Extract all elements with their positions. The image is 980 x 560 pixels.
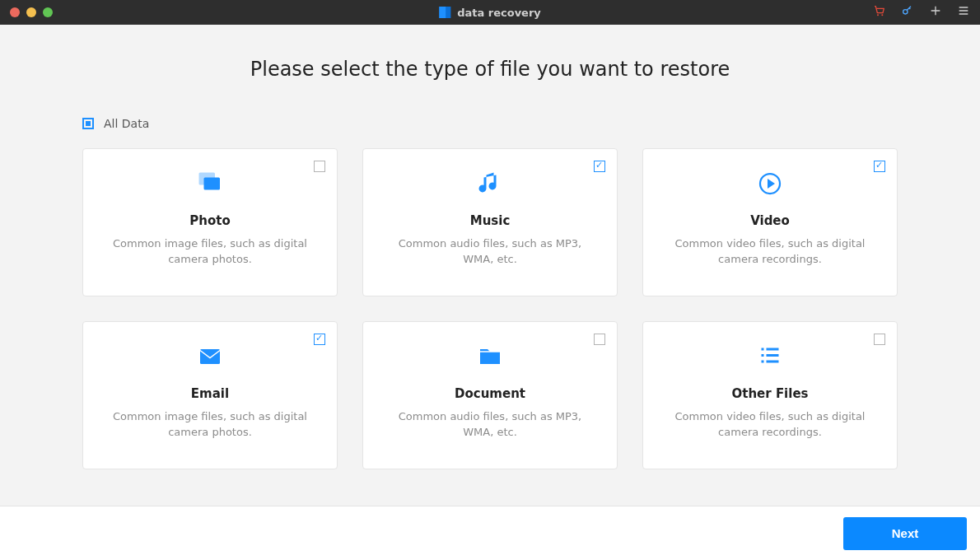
window-maximize-button[interactable] bbox=[43, 7, 53, 17]
email-icon bbox=[103, 342, 317, 371]
titlebar: data recovery bbox=[0, 0, 980, 25]
menu-icon[interactable] bbox=[957, 4, 970, 21]
traffic-lights bbox=[0, 7, 53, 17]
card-desc-email: Common image files, such as digital came… bbox=[103, 409, 317, 441]
svg-point-0 bbox=[877, 14, 879, 16]
card-title-email: Email bbox=[103, 386, 317, 401]
all-data-checkbox-row[interactable]: All Data bbox=[82, 117, 898, 130]
next-button[interactable]: Next bbox=[843, 517, 967, 550]
document-icon bbox=[383, 342, 597, 371]
app-logo-icon bbox=[439, 7, 450, 18]
checkbox-photo[interactable] bbox=[314, 161, 325, 172]
card-email[interactable]: Email Common image files, such as digita… bbox=[82, 321, 338, 469]
checkbox-other[interactable] bbox=[874, 334, 885, 345]
svg-point-2 bbox=[903, 10, 908, 14]
music-icon bbox=[383, 169, 597, 198]
card-title-photo: Photo bbox=[103, 213, 317, 228]
list-icon bbox=[663, 342, 877, 371]
card-document[interactable]: Document Common audio files, such as MP3… bbox=[362, 321, 618, 469]
svg-rect-8 bbox=[767, 348, 779, 351]
file-type-grid: Photo Common image files, such as digita… bbox=[82, 148, 898, 469]
svg-rect-11 bbox=[762, 361, 764, 363]
svg-point-1 bbox=[881, 14, 883, 16]
card-desc-music: Common audio files, such as MP3, WMA, et… bbox=[383, 236, 597, 268]
svg-rect-9 bbox=[762, 354, 764, 357]
card-video[interactable]: Video Common video files, such as digita… bbox=[642, 148, 898, 296]
card-title-document: Document bbox=[383, 386, 597, 401]
key-icon[interactable] bbox=[901, 4, 914, 21]
svg-rect-12 bbox=[767, 361, 779, 363]
card-other[interactable]: Other Files Common video files, such as … bbox=[642, 321, 898, 469]
svg-rect-6 bbox=[200, 349, 220, 364]
main-content: Please select the type of file you want … bbox=[0, 25, 980, 469]
card-desc-other: Common video files, such as digital came… bbox=[663, 409, 877, 441]
all-data-label: All Data bbox=[104, 117, 149, 130]
app-name: data recovery bbox=[457, 7, 541, 19]
checkbox-email[interactable] bbox=[314, 334, 325, 345]
page-heading: Please select the type of file you want … bbox=[82, 58, 898, 81]
card-desc-photo: Common image files, such as digital came… bbox=[103, 236, 317, 268]
svg-rect-7 bbox=[762, 348, 764, 351]
checkbox-video[interactable] bbox=[874, 161, 885, 172]
window-minimize-button[interactable] bbox=[26, 7, 36, 17]
card-title-other: Other Files bbox=[663, 386, 877, 401]
card-desc-video: Common video files, such as digital came… bbox=[663, 236, 877, 268]
checkbox-music[interactable] bbox=[594, 161, 605, 172]
all-data-checkbox[interactable] bbox=[82, 118, 94, 129]
card-title-music: Music bbox=[383, 213, 597, 228]
photo-icon bbox=[103, 169, 317, 198]
window-close-button[interactable] bbox=[10, 7, 20, 17]
card-title-video: Video bbox=[663, 213, 877, 228]
video-icon bbox=[663, 169, 877, 198]
footer-bar: Next bbox=[0, 506, 980, 560]
plus-icon[interactable] bbox=[929, 4, 942, 21]
app-title: data recovery bbox=[439, 7, 541, 19]
card-desc-document: Common audio files, such as MP3, WMA, et… bbox=[383, 409, 597, 441]
svg-rect-10 bbox=[767, 354, 779, 357]
svg-rect-4 bbox=[204, 178, 221, 190]
card-photo[interactable]: Photo Common image files, such as digita… bbox=[82, 148, 338, 296]
card-music[interactable]: Music Common audio files, such as MP3, W… bbox=[362, 148, 618, 296]
checkbox-document[interactable] bbox=[594, 334, 605, 345]
cart-icon[interactable] bbox=[873, 4, 886, 21]
